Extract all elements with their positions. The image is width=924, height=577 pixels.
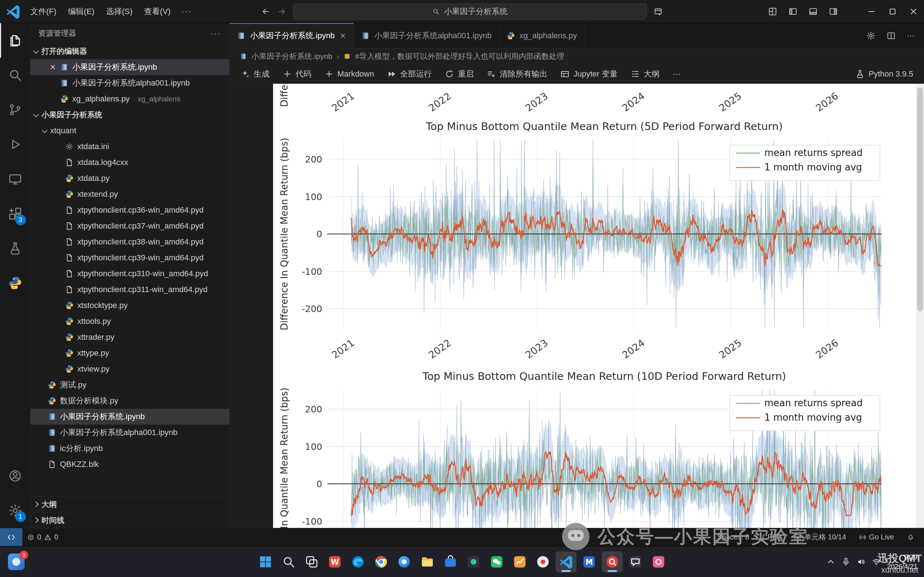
tree-file[interactable]: xtview.py [31, 361, 229, 377]
tree-file[interactable]: ic分析.ipynb [31, 440, 229, 456]
menu-view[interactable]: 查看(V) [138, 0, 176, 23]
tree-file[interactable]: xtdata.ini [31, 139, 229, 155]
tree-file[interactable]: xtpythonclient.cp310-win_amd64.pyd [31, 266, 229, 282]
taskbar-app-wps[interactable]: W [324, 551, 345, 572]
kernel-picker[interactable]: Python 3.9.5 [855, 69, 913, 79]
taskbar-app-start[interactable] [255, 551, 276, 572]
history-forward-icon[interactable] [277, 7, 287, 16]
tree-file[interactable]: xtdata.py [31, 171, 229, 186]
activity-explorer[interactable] [0, 23, 31, 58]
notebook-settings-icon[interactable] [866, 31, 876, 40]
maximize-button[interactable] [882, 0, 903, 23]
taskbar-app-app-circle[interactable] [532, 551, 553, 572]
tray-expand-icon[interactable] [826, 557, 835, 567]
menu-file[interactable]: 文件(F) [24, 0, 62, 23]
breadcrumb-cell[interactable]: #导入模型，数据可以外部处理好导入也可以利用内部函数处理 [355, 51, 564, 61]
breadcrumb-file[interactable]: 小果因子分析系统.ipynb [252, 51, 332, 61]
problems-indicator[interactable]: 0 0 [23, 533, 63, 541]
taskbar-app-chat[interactable] [625, 551, 646, 572]
menu-overflow-button[interactable]: ··· [176, 7, 197, 16]
taskbar-app-browser[interactable] [394, 551, 415, 572]
go-live-button[interactable]: Go Live [854, 533, 899, 541]
tree-file[interactable]: 小果因子分析系统.ipynb [31, 409, 229, 425]
sidebar-section-timeline[interactable]: 时间线 [31, 512, 229, 528]
project-folder-header[interactable]: 小果因子分析系统 [31, 107, 229, 123]
tree-file[interactable]: xtpythonclient.cp37-win_amd64.pyd [31, 218, 229, 234]
tree-file[interactable]: 数据分析模块.py [31, 393, 229, 409]
run-all-button[interactable]: 全部运行 [387, 69, 432, 79]
open-editor-item[interactable]: 小果因子分析系统alpha001.ipynb [31, 75, 229, 91]
tree-file[interactable]: xtpythonclient.cp38-win_amd64.pyd [31, 234, 229, 250]
taskbar-widget[interactable]: 3 [8, 553, 24, 570]
generate-button[interactable]: 生成 [240, 69, 269, 79]
minimize-button[interactable] [861, 0, 882, 23]
tree-file[interactable]: 小果因子分析系统alpha001.ipynb [31, 425, 229, 440]
tree-file[interactable]: xtdata.log4cxx [31, 155, 229, 171]
tree-file[interactable]: xttools.py [31, 313, 229, 329]
activity-python[interactable] [0, 266, 31, 300]
toggle-primary-sidebar-icon[interactable] [788, 7, 798, 16]
command-center[interactable]: 小果因子分析系统 [293, 3, 647, 19]
tree-file[interactable]: xtpythonclient.cp36-win_amd64.pyd [31, 202, 229, 218]
close-editor-icon[interactable] [49, 64, 56, 71]
sidebar-section-outline[interactable]: 大纲 [31, 496, 229, 512]
open-editors-header[interactable]: 打开的编辑器 [31, 44, 229, 59]
scrollbar-thumb[interactable] [917, 87, 923, 311]
tree-file[interactable]: xtextend.py [31, 186, 229, 202]
tree-file[interactable]: xtpythonclient.cp39-win_amd64.pyd [31, 250, 229, 266]
taskbar-app-chrome[interactable] [371, 551, 392, 572]
tab-1[interactable]: 小果因子分析系统.ipynb [230, 23, 354, 48]
open-editor-item[interactable]: xg_alphalens.pyxg_alphalens [31, 91, 229, 107]
close-button[interactable] [903, 0, 924, 23]
sidebar-more-button[interactable]: ··· [211, 29, 221, 37]
taskbar-app-edge[interactable] [347, 551, 368, 572]
taskbar-app-wechat[interactable] [486, 551, 507, 572]
editor-more-actions[interactable]: ··· [907, 31, 914, 40]
menu-edit[interactable]: 编辑(E) [62, 0, 100, 23]
tree-file[interactable]: xtstocktype.py [31, 298, 229, 313]
add-code-cell-button[interactable]: 代码 [282, 69, 311, 79]
network-icon[interactable] [872, 557, 881, 567]
tree-file[interactable]: QBKZZ.blk [31, 456, 229, 472]
tree-file[interactable]: xtpythonclient.cp311-win_amd64.pyd [31, 282, 229, 298]
history-back-icon[interactable] [261, 7, 271, 16]
toggle-panel-icon[interactable] [808, 7, 818, 16]
tab-2[interactable]: 小果因子分析系统alpha001.ipynb [354, 23, 499, 48]
eol-indicator[interactable]: CRLF [758, 533, 786, 541]
taskbar-app-app-dark[interactable] [463, 551, 484, 572]
scrollbar[interactable] [916, 84, 924, 528]
toolbar-more-button[interactable]: ··· [672, 69, 681, 79]
microphone-icon[interactable] [841, 557, 851, 567]
activity-testing[interactable] [0, 231, 31, 266]
taskbar-app-qmt[interactable] [602, 551, 623, 572]
taskbar-app-app-pink[interactable] [648, 551, 669, 572]
activity-settings[interactable]: 1 [0, 493, 31, 528]
taskbar-app-vscode[interactable] [556, 551, 577, 572]
customize-layout-icon[interactable] [768, 7, 777, 16]
outline-button[interactable]: 大纲 [631, 69, 660, 79]
cell-indicator[interactable]: 单元格 10/14 [789, 532, 851, 542]
activity-run-debug[interactable] [0, 127, 31, 162]
open-editor-item[interactable]: 小果因子分析系统.ipynb [31, 59, 229, 75]
taskbar-app-store[interactable] [440, 551, 461, 572]
notifications-bell[interactable] [902, 533, 919, 541]
tree-file[interactable]: 测试.py [31, 377, 229, 393]
taskbar-app-stocks[interactable] [509, 551, 530, 572]
indent-indicator[interactable]: Spaces: 8 [712, 533, 754, 541]
clear-outputs-button[interactable]: 清除所有输出 [487, 69, 547, 79]
add-markdown-cell-button[interactable]: Markdown [324, 69, 374, 79]
taskbar-app-search[interactable] [278, 551, 299, 572]
taskbar-app-task-view[interactable] [301, 551, 322, 572]
taskbar-app-file-explorer[interactable] [417, 551, 438, 572]
activity-remote-explorer[interactable] [0, 162, 31, 197]
tree-file[interactable]: xttype.py [31, 345, 229, 361]
volume-icon[interactable] [856, 557, 866, 567]
menu-selection[interactable]: 选择(S) [100, 0, 138, 23]
tree-folder[interactable]: xtquant [31, 123, 229, 139]
layout-dropdown-button[interactable] [653, 7, 663, 16]
activity-source-control[interactable] [0, 92, 31, 127]
toggle-secondary-sidebar-icon[interactable] [829, 7, 838, 16]
jupyter-variables-button[interactable]: Jupyter 变量 [560, 69, 617, 79]
tab-3[interactable]: xg_alphalens.py [499, 23, 584, 48]
restart-kernel-button[interactable]: 重启 [445, 69, 474, 79]
